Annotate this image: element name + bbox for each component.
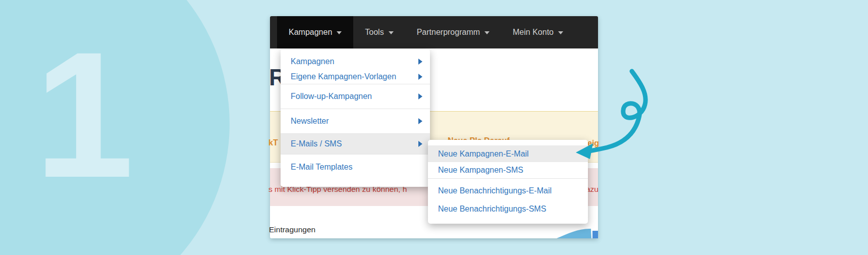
chevron-down-icon xyxy=(337,31,342,34)
submenu-arrow-icon xyxy=(418,74,422,80)
submenu-item-label: Neue Benachrichtigungs-SMS xyxy=(438,205,546,214)
dropdown-menu-item-label: Eigene Kampagnen-Vorlagen xyxy=(291,72,396,81)
chat-bubble-fragment[interactable] xyxy=(557,229,591,238)
navbar-item-label: Partnerprogramm xyxy=(417,28,480,37)
navbar-item-label: Kampagnen xyxy=(289,28,332,37)
navbar-item-label: Tools xyxy=(365,28,384,37)
submenu-item-label: Neue Kampagnen-SMS xyxy=(438,166,523,175)
scroll-widget-fragment[interactable] xyxy=(592,231,598,238)
dropdown-menu-item-label: Kampagnen xyxy=(291,57,334,66)
kampagnen-dropdown-menu: Kampagnen Eigene Kampagnen-Vorlagen Foll… xyxy=(281,49,430,187)
submenu-item-label: Neue Benachrichtigungs-E-Mail xyxy=(438,186,552,195)
dropdown-menu-item-label: E-Mails / SMS xyxy=(291,139,342,148)
emails-sms-submenu: Neue Kampagnen-E-Mail Neue Kampagnen-SMS… xyxy=(428,140,588,224)
yellow-banner-text-fragment-right: eig xyxy=(587,139,599,148)
dropdown-menu-item[interactable]: Newsletter xyxy=(281,109,430,134)
dropdown-menu-item[interactable]: Kampagnen xyxy=(281,54,430,69)
submenu-item[interactable]: Neue Benachrichtigungs-E-Mail xyxy=(428,182,588,200)
submenu-item[interactable]: Neue Kampagnen-E-Mail xyxy=(428,145,588,162)
dropdown-menu-item-label: Follow-up-Kampagnen xyxy=(291,92,372,101)
dropdown-menu-item[interactable]: E-Mails / SMS xyxy=(281,134,430,155)
submenu-arrow-icon xyxy=(418,59,422,65)
navbar-item[interactable]: Partnerprogramm xyxy=(405,16,501,48)
chevron-down-icon xyxy=(389,31,394,34)
dropdown-menu-item-label: Newsletter xyxy=(291,117,329,126)
tutorial-step-graphic: 1 R kT Neue Pla Darauf eig s mit Klick-T… xyxy=(0,0,868,255)
navbar-item-label: Mein Konto xyxy=(513,28,554,37)
submenu-arrow-icon xyxy=(418,93,422,99)
navbar-item[interactable]: Tools xyxy=(353,16,405,48)
chevron-down-icon xyxy=(484,31,490,34)
submenu-item-label: Neue Kampagnen-E-Mail xyxy=(438,149,529,159)
chevron-down-icon xyxy=(558,31,563,34)
submenu-arrow-icon xyxy=(418,141,422,147)
submenu-item[interactable]: Neue Kampagnen-SMS xyxy=(428,162,588,179)
main-navbar: Kampagnen Tools Partnerprogramm Mein Kon… xyxy=(270,16,598,48)
yellow-banner-text-fragment-left: kT xyxy=(268,138,278,147)
step-number: 1 xyxy=(34,25,129,205)
dropdown-menu-item-label: E-Mail Templates xyxy=(291,163,352,172)
dropdown-menu-item[interactable]: Eigene Kampagnen-Vorlagen xyxy=(281,69,430,84)
submenu-item[interactable]: Neue Benachrichtigungs-SMS xyxy=(428,200,588,218)
dropdown-menu-item[interactable]: E-Mail Templates xyxy=(281,155,430,179)
submenu-arrow-icon xyxy=(418,118,422,124)
navbar-item[interactable]: Kampagnen xyxy=(277,16,353,48)
entries-label: Eintragungen xyxy=(269,225,315,234)
navbar-item[interactable]: Mein Konto xyxy=(501,16,575,48)
dropdown-menu-item[interactable]: Follow-up-Kampagnen xyxy=(281,84,430,109)
